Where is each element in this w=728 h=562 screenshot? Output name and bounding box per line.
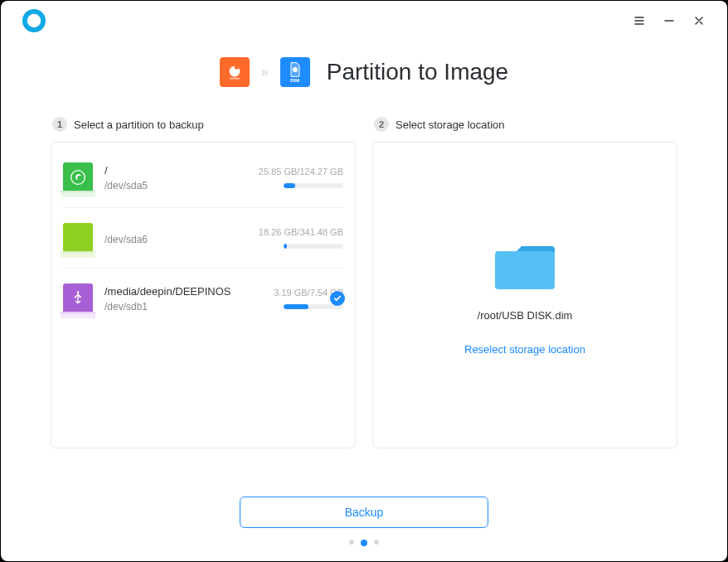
storage-path: /root/USB DISK.dim (478, 309, 573, 322)
backup-button[interactable]: Backup (240, 497, 488, 528)
close-button[interactable] (691, 12, 707, 29)
dot-3 (374, 540, 379, 545)
dot-2 (361, 540, 367, 546)
step1-title: Select a partition to backup (74, 119, 204, 131)
partition-device: /dev/sda6 (104, 234, 242, 245)
partition-text: /media/deepin/DEEPINOS/dev/sdb1 (104, 285, 242, 312)
usage-bar (284, 183, 343, 188)
titlebar (1, 1, 727, 41)
partition-size: 25.85 GB/124.27 GB (254, 167, 343, 177)
page-title: Partition to Image (327, 59, 508, 85)
partition-text: //dev/sda5 (104, 164, 242, 191)
partition-device: /dev/sdb1 (104, 301, 242, 312)
image-file-icon: DIM (280, 57, 310, 87)
partition-size: 18.26 GB/341.48 GB (254, 227, 343, 237)
minimize-button[interactable] (661, 12, 677, 29)
partition-text: /dev/sda6 (104, 230, 242, 245)
menu-button[interactable] (631, 12, 648, 29)
page-header: » DIM Partition to Image (1, 57, 727, 87)
step2-title: Select storage location (396, 119, 505, 131)
drive-icon (63, 283, 93, 313)
step1-badge: 1 (52, 117, 67, 132)
partition-size-block: 18.26 GB/341.48 GB (254, 227, 343, 249)
app-logo-icon (22, 9, 46, 32)
partition-item[interactable]: //dev/sda525.85 GB/124.27 GB (63, 148, 343, 208)
partition-mount: / (104, 164, 242, 177)
step2-column: 2 Select storage location /root/USB DISK… (372, 117, 677, 480)
usage-bar (284, 244, 343, 249)
svg-point-2 (293, 67, 298, 72)
partition-item[interactable]: /media/deepin/DEEPINOS/dev/sdb13.19 GB/7… (63, 269, 343, 328)
drive-icon (63, 162, 93, 192)
partition-size-block: 25.85 GB/124.27 GB (254, 167, 343, 188)
folder-icon (492, 240, 558, 293)
step2-badge: 2 (374, 117, 389, 132)
step1-column: 1 Select a partition to backup //dev/sda… (51, 117, 356, 480)
svg-point-3 (71, 171, 85, 185)
dot-1 (349, 540, 354, 545)
app-window: » DIM Partition to Image 1 Select a part… (1, 1, 727, 561)
reselect-storage-link[interactable]: Reselect storage location (464, 343, 585, 356)
partition-device: /dev/sda5 (104, 180, 242, 191)
svg-rect-1 (229, 77, 240, 79)
drive-icon (63, 223, 93, 253)
selected-check-icon (330, 291, 345, 306)
svg-rect-5 (495, 251, 555, 289)
partition-icon (220, 57, 250, 87)
arrow-icon: » (261, 65, 269, 80)
footer: Backup (1, 480, 727, 561)
step-indicator (349, 540, 379, 546)
svg-point-4 (77, 291, 80, 293)
partition-list-panel: //dev/sda525.85 GB/124.27 GB/dev/sda618.… (51, 142, 356, 448)
partition-item[interactable]: /dev/sda618.26 GB/341.48 GB (63, 208, 343, 269)
storage-panel: /root/USB DISK.dim Reselect storage loca… (372, 142, 677, 448)
partition-mount: /media/deepin/DEEPINOS (104, 285, 242, 298)
